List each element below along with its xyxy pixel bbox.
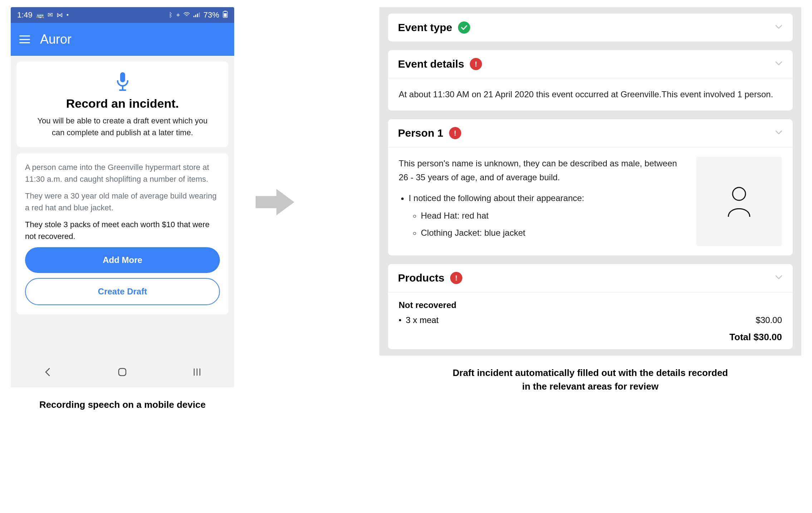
phone-statusbar: 1:49 🚌 ✉ ⋈ • ᛒ ⌖ 73% — [11, 7, 234, 23]
right-caption: Draft incident automatically filled out … — [379, 366, 801, 393]
section-title: Event details — [398, 58, 464, 70]
section-event-details: Event details ! At about 11:30 AM on 21 … — [388, 50, 793, 111]
chevron-down-icon — [775, 275, 783, 281]
wifi-icon — [183, 11, 190, 19]
mail-icon: ✉ — [48, 11, 53, 19]
section-header-products[interactable]: Products ! — [388, 264, 793, 292]
review-panel: Event type Event details ! — [379, 7, 801, 356]
arrow-right-icon — [256, 186, 295, 220]
app-bar: Auror — [11, 23, 234, 56]
phone-frame: 1:49 🚌 ✉ ⋈ • ᛒ ⌖ 73% — [11, 7, 234, 387]
bowtie-icon: ⋈ — [56, 11, 63, 19]
chevron-down-icon — [775, 61, 783, 67]
products-subheading: Not recovered — [399, 300, 782, 310]
alert-icon: ! — [470, 58, 482, 70]
hamburger-icon[interactable] — [19, 35, 30, 43]
section-header-person-1[interactable]: Person 1 ! — [388, 119, 793, 147]
svg-rect-7 — [120, 72, 125, 82]
svg-rect-0 — [193, 16, 195, 17]
section-title: Products — [398, 272, 444, 284]
record-title: Record an incident. — [25, 97, 220, 111]
statusbar-time: 1:49 — [17, 10, 33, 20]
transcript-line: They were a 30 year old male of average … — [25, 190, 220, 214]
check-icon — [458, 21, 470, 34]
person-intro: This person's name is unknown, they can … — [399, 157, 686, 184]
alert-icon: ! — [450, 272, 462, 284]
section-header-event-details[interactable]: Event details ! — [388, 50, 793, 78]
svg-point-14 — [733, 187, 745, 200]
svg-rect-3 — [199, 13, 200, 17]
svg-rect-6 — [224, 13, 227, 17]
section-person-1: Person 1 ! This person's name is unknown… — [388, 119, 793, 255]
section-products: Products ! Not recovered 3 x meat $30.00… — [388, 264, 793, 349]
event-details-body: At about 11:30 AM on 21 April 2020 this … — [388, 78, 793, 111]
signal-icon — [193, 11, 200, 19]
svg-rect-10 — [119, 368, 126, 376]
person-description: This person's name is unknown, they can … — [399, 157, 686, 243]
recent-apps-icon[interactable] — [192, 367, 202, 379]
microphone-icon[interactable] — [25, 72, 220, 93]
record-subtitle: You will be able to create a draft event… — [25, 115, 220, 138]
right-caption-line1: Draft incident automatically filled out … — [453, 367, 728, 378]
home-icon[interactable] — [117, 367, 127, 380]
battery-icon — [223, 11, 228, 20]
transcript-line: They stole 3 packs of meet each worth $1… — [25, 219, 220, 242]
section-title: Person 1 — [398, 127, 443, 139]
product-label: 3 x meat — [406, 315, 439, 325]
appearance-item: Clothing Jacket: blue jacket — [421, 226, 686, 240]
location-icon: ⌖ — [176, 11, 180, 19]
transcript-line: A person came into the Greenville hyperm… — [25, 161, 220, 185]
transcript-card: A person came into the Greenville hyperm… — [16, 153, 228, 314]
create-draft-button[interactable]: Create Draft — [25, 278, 220, 305]
alert-icon: ! — [449, 127, 461, 139]
product-price: $30.00 — [756, 315, 782, 325]
app-title: Auror — [40, 32, 72, 47]
record-card: Record an incident. You will be able to … — [16, 62, 228, 147]
add-more-button[interactable]: Add More — [25, 247, 220, 273]
products-total: Total $30.00 — [399, 332, 782, 343]
back-icon[interactable] — [43, 367, 53, 379]
statusbar-battery-pct: 73% — [203, 10, 219, 20]
section-header-event-type[interactable]: Event type — [388, 14, 793, 41]
person-avatar-placeholder — [696, 157, 782, 246]
svg-rect-1 — [195, 15, 196, 17]
section-title: Event type — [398, 21, 452, 34]
left-caption: Recording speech on a mobile device — [39, 398, 206, 412]
chevron-down-icon — [775, 130, 783, 136]
appearance-item: Head Hat: red hat — [421, 209, 686, 223]
android-navbar — [11, 359, 234, 387]
appearance-label: I noticed the following about their appe… — [409, 193, 584, 203]
dot-icon: • — [67, 11, 69, 19]
bus-icon: 🚌 — [36, 11, 44, 19]
product-line: 3 x meat $30.00 — [399, 315, 782, 325]
svg-rect-2 — [197, 14, 198, 17]
chevron-down-icon — [775, 24, 783, 31]
bluetooth-icon: ᛒ — [169, 11, 173, 19]
section-event-type: Event type — [388, 14, 793, 41]
right-caption-line2: in the relevant areas for review — [522, 381, 659, 392]
